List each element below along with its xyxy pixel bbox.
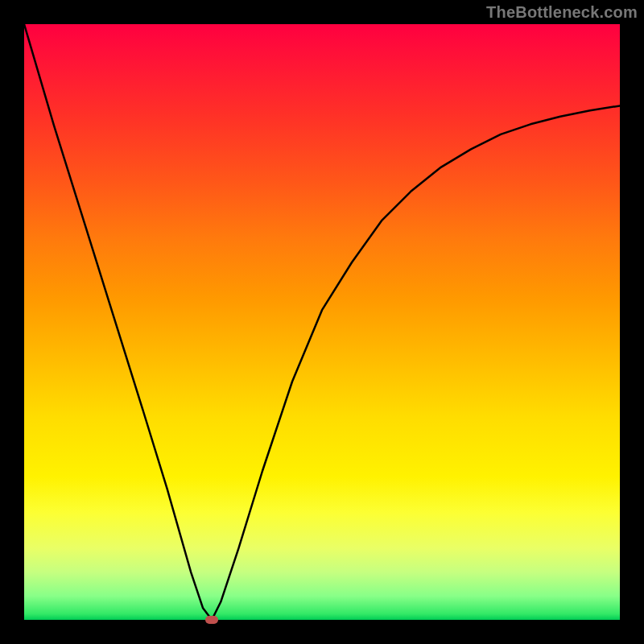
plot-area <box>24 24 620 620</box>
bottleneck-curve <box>24 24 620 620</box>
chart-frame: TheBottleneck.com <box>0 0 644 644</box>
watermark-text: TheBottleneck.com <box>486 3 638 22</box>
optimal-point-marker <box>205 616 218 624</box>
